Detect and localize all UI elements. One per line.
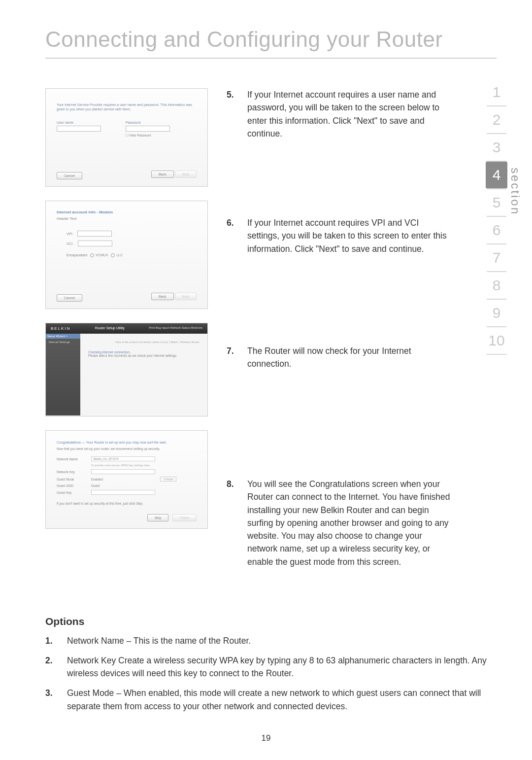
checking-line2: Please wait a few moments as we check yo… (88, 354, 200, 357)
screenshot-checking-connection: BELKIN Router Setup Utility Print Bug re… (45, 323, 208, 416)
step-5-number: 5. (227, 88, 238, 187)
step-7: 7. The Router will now check for your In… (227, 345, 452, 448)
password-label: Password (126, 121, 141, 124)
utility-title: Router Setup Utility (95, 326, 125, 331)
option-2-text: Network Key Create a wireless security W… (67, 654, 497, 680)
step-7-text: The Router will now check for your Inter… (247, 345, 452, 448)
network-name-label: Network Name (57, 457, 86, 461)
enc-llc-radio[interactable] (111, 253, 115, 257)
guest-ssid-label: Guest SSID (57, 484, 86, 487)
brand-label: BELKIN (51, 326, 70, 331)
screenshot-congratulations: Congratulations — Your Router is set up … (45, 430, 208, 529)
username-label: User name (57, 121, 73, 124)
sidebar-item-manual-settings[interactable]: Manual Settings (49, 341, 77, 344)
page-number: 19 (0, 733, 532, 743)
cancel-button[interactable]: Cancel (57, 172, 82, 179)
change-button[interactable]: Change (160, 477, 176, 482)
next-button[interactable]: Next (175, 171, 197, 178)
options-heading: Options (45, 614, 497, 629)
network-name-hint: To provide more secure, WPA2 key setting… (91, 464, 150, 467)
network-key-label: Network Key (57, 470, 86, 474)
encapsulated-label: Encapsulated (66, 253, 87, 257)
back-button[interactable]: Back (151, 171, 174, 178)
option-3-number: 3. (45, 687, 57, 713)
step-5: 5. If your Internet account requires a u… (227, 88, 452, 187)
shot2-sub: Header Text (57, 216, 197, 221)
vpi-input[interactable] (77, 231, 112, 237)
step-6-text: If your Internet account requires VPI an… (247, 216, 452, 315)
cancel-button[interactable]: Cancel (57, 294, 82, 302)
guest-key-label: Guest Key (57, 491, 86, 494)
congrats-line2: Now that you have set up your router, we… (57, 447, 197, 450)
screenshot-vpi-vci: Internet account Info - Modem Header Tex… (45, 201, 208, 309)
next-button[interactable]: Next (175, 293, 197, 300)
sidebar-item-setup-wizard[interactable]: Setup Wizard > (46, 334, 80, 339)
hide-password-checkbox[interactable]: ☐ (126, 134, 129, 137)
option-1-text: Network Name – This is the name of the R… (67, 634, 251, 647)
username-input[interactable] (57, 126, 101, 132)
step-5-text: If your Internet account requires a user… (247, 88, 452, 187)
network-key-input[interactable] (91, 469, 155, 474)
password-input[interactable] (126, 126, 170, 132)
screenshot-credentials: Your Internet Service Provider requires … (45, 88, 208, 187)
step-8-number: 8. (227, 478, 238, 581)
section-label: section (508, 168, 522, 215)
checking-line1: Checking internet connection... (88, 350, 200, 354)
enc-vcmux-label: VCMUX (96, 253, 108, 257)
guest-key-input[interactable] (91, 490, 155, 495)
enc-llc-label: LLC (116, 253, 123, 257)
title-underline (45, 58, 497, 59)
shot2-header: Internet account Info - Modem (57, 210, 197, 214)
window-tools[interactable]: Print Bug report Refresh Status Minimize (149, 326, 202, 331)
page-title: Connecting and Configuring your Router (45, 27, 497, 52)
vpi-label: VPI (66, 232, 72, 236)
step-8-text: You will see the Congratulations screen … (247, 478, 452, 581)
finish-button[interactable]: Finish (172, 514, 197, 521)
breadcrumb: Here is the current connection status of… (88, 341, 200, 344)
network-name-input[interactable]: Belkin_N+_877274 (91, 456, 155, 461)
step-6: 6. If your Internet account requires VPI… (227, 216, 452, 315)
skip-button[interactable]: Skip (147, 514, 169, 521)
guest-ssid-value: Guest (91, 484, 100, 487)
option-2-number: 2. (45, 654, 57, 680)
shot1-desc: Your Internet Service Provider requires … (57, 103, 197, 111)
back-button[interactable]: Back (151, 293, 174, 300)
step-8: 8. You will see the Congratulations scre… (227, 478, 452, 581)
vci-input[interactable] (78, 241, 112, 246)
enc-vcmux-radio[interactable] (90, 253, 94, 257)
options-section: Options 1.Network Name – This is the nam… (45, 614, 497, 713)
option-1-number: 1. (45, 634, 57, 647)
congrats-line1: Congratulations — Your Router is set up … (57, 441, 197, 444)
skip-note: If you don't want to set up security at … (57, 502, 197, 505)
guest-mode-value: Enabled (91, 478, 155, 481)
vci-label: VCI (66, 242, 73, 246)
hide-password-label: Hide Password (130, 134, 151, 137)
guest-mode-label: Guest Mode (57, 478, 86, 481)
step-7-number: 7. (227, 345, 238, 448)
option-3-text: Guest Mode – When enabled, this mode wil… (67, 687, 497, 713)
step-6-number: 6. (227, 216, 238, 315)
